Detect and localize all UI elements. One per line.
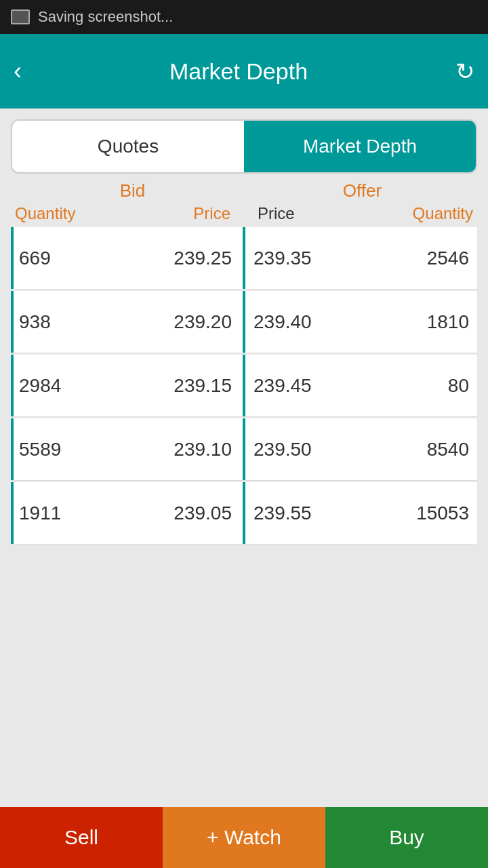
tab-quotes[interactable]: Quotes bbox=[12, 121, 244, 172]
table-row: 669 239.25 239.35 2546 bbox=[11, 227, 477, 290]
offer-quantity: 8540 bbox=[361, 439, 477, 460]
bottom-bar: Sell + Watch Buy bbox=[0, 807, 488, 868]
bid-price: 239.25 bbox=[125, 248, 243, 269]
screenshot-icon bbox=[11, 9, 30, 24]
tab-market-depth[interactable]: Market Depth bbox=[244, 121, 476, 172]
quantity-bid-header: Quantity bbox=[11, 204, 123, 223]
bid-price: 239.15 bbox=[125, 375, 243, 397]
bid-side: 2984 239.15 bbox=[11, 355, 243, 416]
table-row: 1911 239.05 239.55 15053 bbox=[11, 482, 477, 545]
offer-side: 239.40 1810 bbox=[245, 291, 477, 353]
sell-button[interactable]: Sell bbox=[0, 807, 163, 868]
offer-quantity: 2546 bbox=[361, 248, 477, 269]
refresh-button[interactable]: ↻ bbox=[455, 58, 474, 85]
offer-side: 239.55 15053 bbox=[245, 482, 477, 544]
offer-side: 239.35 2546 bbox=[245, 227, 477, 289]
tab-switcher: Quotes Market Depth bbox=[11, 119, 477, 174]
bid-quantity: 669 bbox=[19, 248, 125, 269]
bid-quantity: 5589 bbox=[19, 439, 125, 460]
offer-price: 239.45 bbox=[253, 375, 361, 397]
depth-table: 669 239.25 239.35 2546 938 239.20 239.40… bbox=[0, 227, 488, 545]
bid-label: Bid bbox=[11, 180, 247, 201]
offer-price: 239.50 bbox=[253, 439, 361, 460]
status-bar: Saving screenshot... bbox=[0, 0, 488, 34]
offer-quantity: 1810 bbox=[361, 311, 477, 333]
bid-side: 1911 239.05 bbox=[11, 482, 243, 544]
offer-side: 239.45 80 bbox=[245, 355, 477, 416]
bid-quantity: 1911 bbox=[19, 502, 125, 524]
bid-price: 239.20 bbox=[125, 311, 243, 333]
bid-quantity: 2984 bbox=[19, 375, 125, 397]
table-row: 5589 239.10 239.50 8540 bbox=[11, 418, 477, 481]
page-title: Market Depth bbox=[169, 58, 308, 85]
status-bar-text: Saving screenshot... bbox=[38, 8, 173, 26]
offer-quantity: 80 bbox=[361, 375, 477, 397]
bid-side: 669 239.25 bbox=[11, 227, 243, 289]
price-bid-header: Price bbox=[123, 204, 251, 223]
offer-quantity: 15053 bbox=[361, 502, 477, 524]
back-button[interactable]: ‹ bbox=[14, 57, 22, 85]
offer-price: 239.40 bbox=[253, 311, 361, 333]
column-headers: Bid Offer Quantity Price Price Quantity bbox=[0, 180, 488, 223]
offer-price: 239.35 bbox=[253, 248, 361, 269]
offer-label: Offer bbox=[247, 180, 477, 201]
offer-price: 239.55 bbox=[253, 502, 361, 524]
table-row: 938 239.20 239.40 1810 bbox=[11, 291, 477, 353]
buy-button[interactable]: Buy bbox=[325, 807, 488, 868]
price-offer-header: Price bbox=[251, 204, 365, 223]
bid-price: 239.10 bbox=[125, 439, 243, 460]
bid-side: 938 239.20 bbox=[11, 291, 243, 353]
bid-side: 5589 239.10 bbox=[11, 418, 243, 480]
bid-price: 239.05 bbox=[125, 502, 243, 524]
header: ‹ Market Depth ↻ bbox=[0, 34, 488, 108]
bid-quantity: 938 bbox=[19, 311, 125, 333]
offer-side: 239.50 8540 bbox=[245, 418, 477, 480]
table-row: 2984 239.15 239.45 80 bbox=[11, 355, 477, 417]
quantity-offer-header: Quantity bbox=[365, 204, 477, 223]
watch-button[interactable]: + Watch bbox=[163, 807, 325, 868]
